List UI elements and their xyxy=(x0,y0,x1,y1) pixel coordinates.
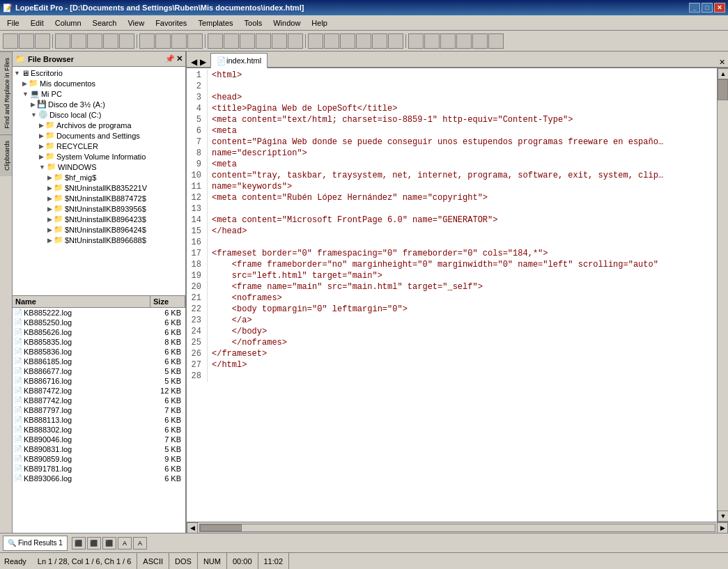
menu-item-favorites[interactable]: Favorites xyxy=(150,15,192,30)
menu-item-file[interactable]: File xyxy=(1,15,25,30)
code-line-6[interactable]: 6<meta xyxy=(187,125,717,137)
code-line-27[interactable]: 27</html> xyxy=(187,359,717,371)
title-bar-controls[interactable]: _ □ ✕ xyxy=(689,3,725,13)
maximize-button[interactable]: □ xyxy=(702,3,713,13)
tree-node[interactable]: ▼📁WINDOWS xyxy=(14,162,184,172)
code-line-20[interactable]: 20 <frame name="main" src="main.html" ta… xyxy=(187,281,717,293)
tree-node[interactable]: ▶💾Disco de 3½ (A:) xyxy=(14,99,184,109)
code-line-4[interactable]: 4<title>Pagina Web de LopeSoft</title> xyxy=(187,103,717,114)
menu-item-search[interactable]: Search xyxy=(87,15,123,30)
file-row[interactable]: 📄KB887742.log6 KB xyxy=(13,396,185,405)
toolbar-btn-29[interactable] xyxy=(488,33,504,49)
file-row[interactable]: 📄KB885835.log8 KB xyxy=(13,337,185,347)
file-row[interactable]: 📄KB885626.log6 KB xyxy=(13,327,185,337)
hscroll-track[interactable] xyxy=(199,524,715,532)
tree-node[interactable]: ▶📁RECYCLER xyxy=(14,141,184,151)
code-line-19[interactable]: 19 src="left.html" target="main"> xyxy=(187,270,717,281)
menu-item-window[interactable]: Window xyxy=(268,15,306,30)
btn-extra-3[interactable]: ⬛ xyxy=(102,537,116,549)
menu-item-templates[interactable]: Templates xyxy=(192,15,238,30)
code-line-1[interactable]: 1<html> xyxy=(187,70,717,81)
file-row[interactable]: 📄KB890831.log5 KB xyxy=(13,444,185,454)
code-line-2[interactable]: 2 xyxy=(187,81,717,92)
tree-node[interactable]: ▼💻Mi PC xyxy=(14,88,184,99)
file-row[interactable]: 📄KB886677.log5 KB xyxy=(13,366,185,376)
toolbar-btn-27[interactable] xyxy=(456,33,472,49)
tree-node[interactable]: ▶📁$hf_mig$ xyxy=(14,172,184,182)
editor-tab-nav-left[interactable]: ◀ ▶ xyxy=(189,57,210,67)
scroll-up-button[interactable]: ▲ xyxy=(718,68,728,79)
tab-nav-right[interactable]: ▶ xyxy=(199,57,208,67)
toolbar-btn-2[interactable] xyxy=(35,33,50,49)
code-line-7[interactable]: 7content="Página Web donde se puede cons… xyxy=(187,137,717,148)
file-browser-header-right[interactable]: 📌 ✕ xyxy=(165,54,183,63)
editor-tab-index.html[interactable]: 📄 index.html xyxy=(210,53,268,68)
menu-item-tools[interactable]: Tools xyxy=(239,15,268,30)
toolbar-btn-4[interactable] xyxy=(71,33,86,49)
file-browser-pin-button[interactable]: 📌 xyxy=(165,54,175,63)
toolbar-btn-9[interactable] xyxy=(155,33,171,49)
tree-node[interactable]: ▶📁Documents and Settings xyxy=(14,130,184,141)
toolbar-btn-13[interactable] xyxy=(224,33,239,49)
file-row[interactable]: 📄KB893066.log6 KB xyxy=(13,474,185,483)
code-line-17[interactable]: 17<frameset border="0" framespacing="0" … xyxy=(187,248,717,259)
file-row[interactable]: 📄KB890046.log7 KB xyxy=(13,435,185,444)
toolbar-btn-3[interactable] xyxy=(55,33,70,49)
code-line-12[interactable]: 12<meta content="Rubén López Hernández" … xyxy=(187,192,717,203)
code-line-14[interactable]: 14<meta content="Microsoft FrontPage 6.0… xyxy=(187,215,717,226)
code-line-13[interactable]: 13 xyxy=(187,203,717,215)
editor-tab-close[interactable]: ✕ xyxy=(716,58,728,67)
toolbar-btn-16[interactable] xyxy=(272,33,287,49)
code-line-25[interactable]: 25 </noframes> xyxy=(187,337,717,348)
toolbar-btn-15[interactable] xyxy=(256,33,271,49)
btn-extra-2[interactable]: ⬛ xyxy=(87,537,101,549)
btn-extra-1[interactable]: ⬛ xyxy=(72,537,86,549)
code-line-24[interactable]: 24 </body> xyxy=(187,326,717,337)
tab-nav-left[interactable]: ◀ xyxy=(189,57,199,67)
file-list-name-header[interactable]: Name xyxy=(13,296,150,307)
code-line-22[interactable]: 22 <body topmargin="0" leftmargin="0"> xyxy=(187,304,717,315)
toolbar-btn-8[interactable] xyxy=(139,33,155,49)
tree-node[interactable]: ▶📁System Volume Informatio xyxy=(14,151,184,162)
code-line-9[interactable]: 9<meta xyxy=(187,159,717,170)
toolbar-btn-24[interactable] xyxy=(408,33,424,49)
tree-node[interactable]: ▶📁$NtUninstallKB896423$ xyxy=(14,214,184,224)
code-line-23[interactable]: 23 </a> xyxy=(187,315,717,326)
toolbar-btn-20[interactable] xyxy=(340,33,355,49)
hscroll-thumb[interactable] xyxy=(200,524,242,531)
file-row[interactable]: 📄KB885250.log6 KB xyxy=(13,318,185,327)
toolbar-btn-18[interactable] xyxy=(308,33,323,49)
toolbar-btn-28[interactable] xyxy=(472,33,488,49)
menu-item-edit[interactable]: Edit xyxy=(25,15,49,30)
btn-extra-4[interactable]: A xyxy=(118,537,132,549)
toolbar-btn-26[interactable] xyxy=(440,33,456,49)
close-button[interactable]: ✕ xyxy=(714,3,725,13)
vtab-clipboards[interactable]: Clipboards xyxy=(0,134,12,176)
code-line-3[interactable]: 3<head> xyxy=(187,92,717,103)
file-row[interactable]: 📄KB886716.log5 KB xyxy=(13,376,185,386)
toolbar-btn-21[interactable] xyxy=(356,33,371,49)
file-row[interactable]: 📄KB885222.log6 KB xyxy=(13,308,185,318)
tree-node[interactable]: ▶📁$NtUninstallKB887472$ xyxy=(14,193,184,203)
toolbar-btn-17[interactable] xyxy=(288,33,303,49)
code-line-26[interactable]: 26</frameset> xyxy=(187,348,717,359)
code-line-28[interactable]: 28 xyxy=(187,371,717,382)
minimize-button[interactable]: _ xyxy=(689,3,700,13)
toolbar-btn-7[interactable] xyxy=(119,33,134,49)
toolbar-btn-5[interactable] xyxy=(87,33,102,49)
toolbar-btn-0[interactable] xyxy=(3,33,18,49)
find-results-tab[interactable]: 🔍 Find Results 1 xyxy=(3,536,68,551)
toolbar-btn-1[interactable] xyxy=(19,33,34,49)
toolbar-btn-19[interactable] xyxy=(324,33,339,49)
vscroll-thumb[interactable] xyxy=(718,79,728,100)
toolbar-btn-25[interactable] xyxy=(424,33,440,49)
tree-node[interactable]: ▶📁$NtUninstallKB896424$ xyxy=(14,224,184,235)
tree-node[interactable]: ▶📁Mis documentos xyxy=(14,78,184,88)
file-row[interactable]: 📄KB887797.log7 KB xyxy=(13,405,185,415)
toolbar-btn-10[interactable] xyxy=(171,33,187,49)
tree-node[interactable]: ▶📁$NtUninstallKB893956$ xyxy=(14,203,184,214)
code-line-5[interactable]: 5<meta content="text/html; charset=iso-8… xyxy=(187,114,717,125)
menu-item-column[interactable]: Column xyxy=(49,15,87,30)
code-line-16[interactable]: 16 xyxy=(187,237,717,248)
toolbar-btn-12[interactable] xyxy=(208,33,223,49)
